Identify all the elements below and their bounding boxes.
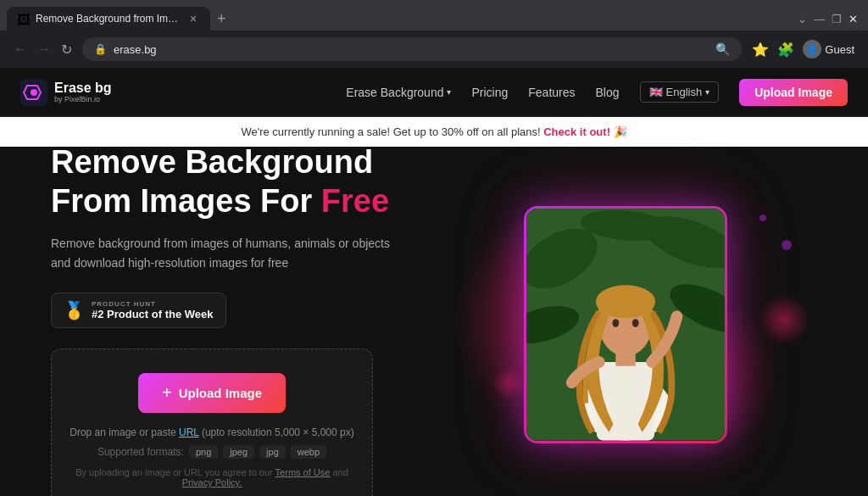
tab-close-button[interactable]: × — [186, 12, 200, 25]
format-png: png — [189, 445, 218, 459]
hero-section: Remove Background From Images For Free R… — [0, 147, 868, 493]
ph-text: PRODUCT HUNT #2 Product of the Week — [92, 300, 214, 320]
hero-title-line1: Remove Background — [51, 144, 373, 180]
tab-bar: 🖼 Remove Background from Imag... × + ⌄ —… — [0, 0, 868, 31]
privacy-link[interactable]: Privacy Policy. — [182, 477, 242, 488]
upload-button-label: Upload Image — [179, 386, 262, 400]
hero-left: Remove Background From Images For Free R… — [51, 143, 434, 496]
language-selector[interactable]: 🇬🇧 English ▾ — [640, 81, 720, 103]
nav-links: Erase Background ▾ Pricing Features Blog… — [346, 79, 848, 106]
svg-point-2 — [31, 89, 37, 96]
format-jpg: jpg — [259, 445, 286, 459]
banner-text: We're currently running a sale! Get up t… — [241, 125, 540, 138]
active-tab[interactable]: 🖼 Remove Background from Imag... × — [7, 7, 210, 31]
lang-chevron-icon: ▾ — [705, 87, 709, 97]
chevron-down-icon: ▾ — [447, 87, 451, 97]
nav-pricing[interactable]: Pricing — [471, 86, 508, 99]
supported-formats: Supported formats: png jpeg jpg webp — [69, 445, 355, 459]
hero-image — [524, 206, 727, 443]
tab-favicon: 🖼 — [17, 13, 29, 25]
decorative-dot-2 — [782, 240, 792, 250]
svg-point-15 — [632, 319, 639, 327]
hero-image-placeholder — [526, 209, 725, 441]
glow-blob-3 — [759, 294, 810, 345]
reload-button[interactable]: ↻ — [61, 42, 72, 58]
browser-actions: ⭐ 🧩 👤 Guest — [752, 40, 854, 59]
nav-erase-background[interactable]: Erase Background ▾ — [346, 86, 451, 99]
minimize-button[interactable]: — — [814, 13, 825, 25]
profile-avatar: 👤 — [803, 40, 821, 59]
tab-title: Remove Background from Imag... — [36, 13, 180, 25]
bookmark-button[interactable]: ⭐ — [752, 42, 769, 58]
svg-point-14 — [612, 319, 619, 327]
flag-icon: 🇬🇧 — [649, 86, 663, 98]
forward-button[interactable]: → — [37, 42, 51, 57]
resolution-text: (upto resolution 5,000 × 5,000 px) — [202, 426, 354, 438]
address-bar: ← → ↻ 🔒 erase.bg 🔍 ⭐ 🧩 👤 Guest — [0, 31, 868, 68]
logo[interactable]: Erase bg by PixelBin.io — [20, 79, 112, 106]
hero-title-line2: From Images For — [51, 183, 321, 219]
search-icon: 🔍 — [715, 42, 730, 56]
promo-banner: We're currently running a sale! Get up t… — [0, 117, 868, 147]
drop-text: Drop an image or paste — [70, 426, 175, 438]
browser-chrome: 🖼 Remove Background from Imag... × + ⌄ —… — [0, 0, 868, 68]
drop-hint: Drop an image or paste URL (upto resolut… — [69, 426, 355, 438]
terms-link[interactable]: Terms of Use — [275, 467, 331, 477]
nav-features[interactable]: Features — [528, 86, 575, 99]
window-controls: ⌄ — ❐ ✕ — [798, 13, 861, 25]
logo-icon — [20, 79, 47, 106]
svg-rect-10 — [597, 361, 654, 440]
url-bar[interactable]: 🔒 erase.bg 🔍 — [82, 37, 742, 61]
glow-blob-4 — [492, 366, 526, 400]
lock-icon: 🔒 — [94, 43, 107, 55]
format-jpeg: jpeg — [223, 445, 254, 459]
banner-emoji: 🎉 — [614, 125, 627, 138]
logo-sub-text: by PixelBin.io — [54, 95, 112, 103]
back-button[interactable]: ← — [14, 42, 27, 57]
extensions-button[interactable]: 🧩 — [777, 42, 794, 58]
website: Erase bg by PixelBin.io Erase Background… — [0, 68, 868, 496]
ph-label: PRODUCT HUNT — [92, 300, 214, 308]
person-illustration — [526, 209, 725, 441]
ph-rank: #2 Product of the Week — [92, 308, 214, 320]
nav-blog[interactable]: Blog — [596, 86, 620, 99]
url-text: erase.bg — [114, 43, 157, 56]
url-paste-link[interactable]: URL — [179, 426, 199, 438]
hero-right — [434, 172, 817, 476]
upload-main-button[interactable]: + Upload Image — [138, 373, 286, 413]
site-nav: Erase bg by PixelBin.io Erase Background… — [0, 68, 868, 117]
decorative-dot-1 — [760, 215, 766, 221]
maximize-button[interactable]: ❐ — [832, 13, 842, 25]
more-options[interactable]: ⌄ — [798, 13, 807, 25]
medal-icon: 🥇 — [64, 300, 85, 320]
nav-upload-button[interactable]: Upload Image — [739, 79, 848, 106]
profile-name: Guest — [825, 43, 854, 56]
banner-cta-link[interactable]: Check it out! — [543, 125, 610, 138]
upload-box: + Upload Image Drop an image or paste UR… — [51, 348, 373, 496]
formats-label: Supported formats: — [97, 446, 184, 458]
close-window-button[interactable]: ✕ — [849, 13, 858, 25]
terms-text: By uploading an image or URL you agree t… — [69, 467, 355, 488]
logo-text: Erase bg by PixelBin.io — [54, 81, 112, 103]
svg-point-13 — [596, 285, 655, 318]
format-webp: webp — [291, 445, 326, 459]
plus-icon: + — [162, 383, 172, 403]
product-hunt-badge: 🥇 PRODUCT HUNT #2 Product of the Week — [51, 293, 226, 328]
language-label: English — [666, 86, 703, 98]
logo-main-text: Erase bg — [54, 81, 112, 95]
hero-subtitle: Remove background from images of humans,… — [51, 234, 390, 272]
hero-title: Remove Background From Images For Free — [51, 143, 434, 220]
profile-button[interactable]: 👤 Guest — [803, 40, 854, 59]
new-tab-button[interactable]: + — [217, 10, 226, 28]
hero-title-free: Free — [321, 183, 389, 219]
